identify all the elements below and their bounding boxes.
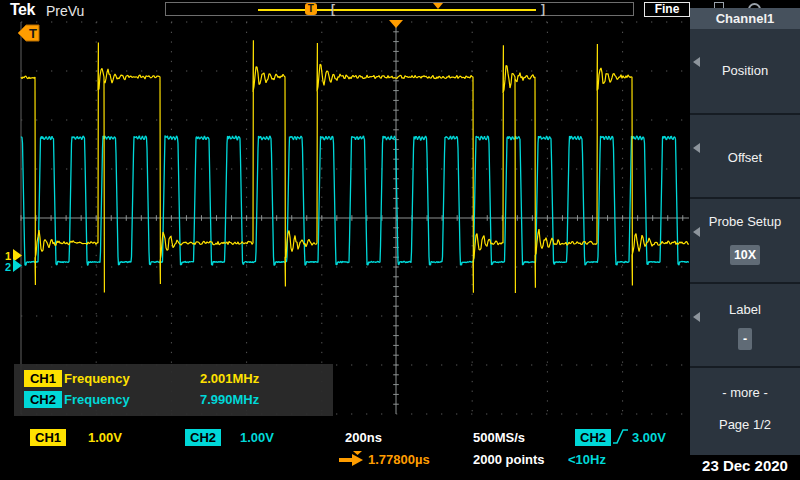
probe-attenuation-value: 10X: [730, 245, 760, 265]
fine-button[interactable]: Fine: [644, 2, 690, 17]
timebase-readout: 200ns: [345, 430, 382, 445]
measurement-row-ch1: CH1 Frequency 2.001MHz: [14, 369, 333, 390]
window-center-marker: [433, 3, 443, 9]
measurement-value: 7.990MHz: [200, 392, 259, 407]
record-view-bar: [ ] T: [165, 2, 634, 16]
svg-text:T: T: [29, 26, 37, 41]
trigger-slope-icon: [612, 427, 629, 449]
sample-rate-readout: 500MS/s: [473, 430, 525, 445]
menu-item-label: Position: [690, 63, 800, 78]
tek-logo: Tek: [10, 1, 35, 19]
record-trigger-marker: T: [305, 3, 317, 15]
menu-title: Channel1: [690, 8, 800, 29]
panel-top-icons: [690, 0, 800, 8]
menu-item-label: Offset: [690, 150, 800, 165]
menu-item-label-setting[interactable]: Label -: [690, 284, 800, 368]
measurement-value: 2.001MHz: [200, 371, 259, 386]
window-right-bracket: ]: [541, 2, 545, 16]
menu-item-more[interactable]: - more - Page 1/2: [690, 368, 800, 451]
ch2-badge: CH2: [24, 391, 62, 408]
measurement-row-ch2: CH2 Frequency 7.990MHz: [14, 390, 333, 411]
ch1-scale-badge: CH1: [30, 429, 66, 446]
date-readout: 23 Dec 2020: [690, 455, 800, 480]
horizontal-delay-readout: 1.77800µs: [368, 452, 430, 467]
top-status-bar: Tek PreVu [ ] T Fine: [0, 0, 800, 20]
trigger-source-badge: CH2: [575, 429, 611, 446]
oscilloscope-screen: T12 Tek PreVu [ ] T Fine CH1 Frequency 2…: [0, 0, 800, 480]
bottom-status-bar: CH1 1.00V CH2 1.00V 200ns 500MS/s CH2 3.…: [0, 420, 690, 480]
channel-label-value: -: [738, 328, 752, 350]
side-menu-panel: Channel1 Position Offset Probe Setup 10X…: [690, 0, 800, 480]
measurement-name: Frequency: [64, 371, 130, 386]
expansion-point-icon: [389, 20, 403, 28]
measurement-name: Frequency: [64, 392, 130, 407]
record-waveform-line: [258, 9, 536, 11]
page-indicator: Page 1/2: [690, 417, 800, 432]
more-label: - more -: [690, 385, 800, 400]
record-length-readout: 2000 points: [473, 452, 545, 467]
menu-item-probe-setup[interactable]: Probe Setup 10X: [690, 199, 800, 284]
trigger-frequency-readout: <10Hz: [568, 452, 606, 467]
menu-item-position[interactable]: Position: [690, 29, 800, 115]
menu-item-label: Probe Setup: [690, 214, 800, 229]
delay-arrow-icon: [338, 450, 365, 471]
ch1-ground-marker: 1: [5, 250, 11, 262]
ch2-volts-per-div: 1.00V: [240, 430, 274, 445]
acquisition-mode-label: PreVu: [46, 3, 84, 19]
menu-item-offset[interactable]: Offset: [690, 115, 800, 199]
menu-body: Position Offset Probe Setup 10X Label - …: [690, 29, 800, 455]
window-left-bracket: [: [331, 2, 335, 16]
measurement-box: CH1 Frequency 2.001MHz CH2 Frequency 7.9…: [14, 364, 333, 416]
menu-item-label: Label: [690, 302, 800, 317]
trigger-level-readout: 3.00V: [632, 430, 666, 445]
ch1-badge: CH1: [24, 370, 62, 387]
ch2-ground-marker: 2: [5, 261, 11, 273]
ch1-volts-per-div: 1.00V: [88, 430, 122, 445]
ch2-scale-badge: CH2: [185, 429, 221, 446]
